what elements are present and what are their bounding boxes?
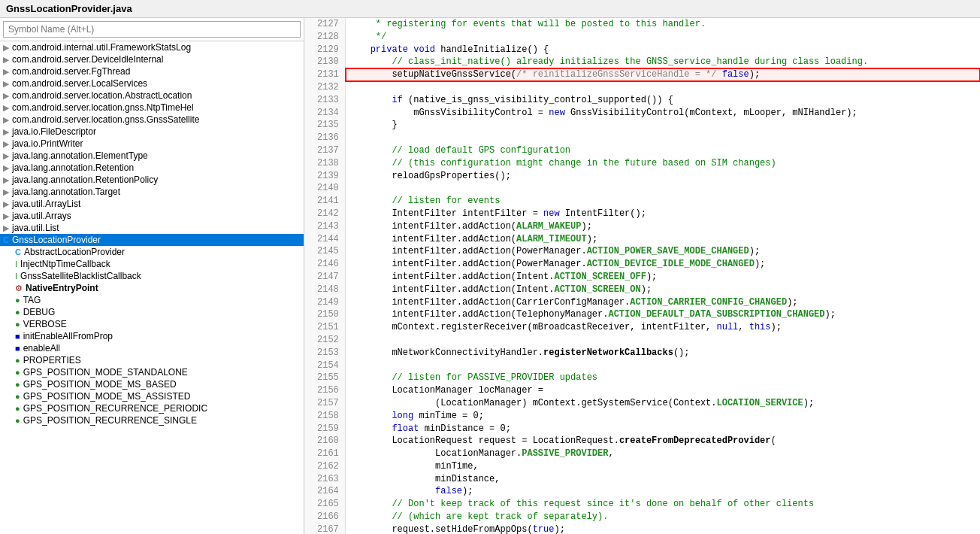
sidebar-item[interactable]: ⚙NativeEntryPoint — [0, 282, 304, 294]
field-green-icon: ● — [15, 392, 20, 401]
sidebar-item[interactable]: ●GPS_POSITION_MODE_MS_ASSISTED — [0, 390, 304, 402]
sidebar-item[interactable]: ●GPS_POSITION_RECURRENCE_SINGLE — [0, 414, 304, 426]
field-green-icon: ● — [15, 308, 20, 317]
code-line: 2144 intentFilter.addAction(ALARM_TIMEOU… — [304, 233, 980, 246]
code-area[interactable]: 2127 * registering for events that will … — [304, 18, 980, 534]
sidebar-item[interactable]: ▶com.android.server.DeviceIdleInternal — [0, 53, 304, 65]
line-content — [345, 334, 980, 347]
symbol-list[interactable]: ▶com.android.internal.util.FrameworkStat… — [0, 41, 304, 534]
symbol-label: GPS_POSITION_MODE_MS_BASED — [23, 379, 177, 390]
symbol-label: enableAll — [23, 343, 60, 353]
field-green-icon: ● — [15, 380, 20, 389]
line-number: 2149 — [304, 296, 345, 309]
code-line: 2127 * registering for events that will … — [304, 18, 980, 31]
sidebar-item[interactable]: ●DEBUG — [0, 306, 304, 318]
line-number: 2138 — [304, 157, 345, 170]
sidebar-item[interactable]: ●VERBOSE — [0, 318, 304, 330]
sidebar-item[interactable]: ▶java.lang.annotation.Target — [0, 186, 304, 198]
code-line: 2138 // (this configuration might change… — [304, 157, 980, 170]
code-line: 2166 // (which are kept track of separat… — [304, 511, 980, 523]
code-line: 2165 // Don't keep track of this request… — [304, 498, 980, 511]
symbol-label: com.android.server.DeviceIdleInternal — [12, 54, 163, 65]
field-green-icon: ● — [15, 416, 20, 425]
line-content: private void handleInitialize() { — [345, 44, 980, 56]
search-input[interactable] — [3, 21, 301, 38]
line-number: 2136 — [304, 132, 345, 144]
sidebar-item[interactable]: IGnssSatelliteBlacklistCallback — [0, 270, 304, 282]
sidebar-item[interactable]: ▶java.lang.annotation.Retention — [0, 162, 304, 174]
arrow-icon: ▶ — [3, 163, 9, 173]
sidebar-item[interactable]: ▶java.util.ArrayList — [0, 198, 304, 210]
line-number: 2151 — [304, 321, 345, 334]
arrow-icon: ▶ — [3, 139, 9, 149]
symbol-label: VERBOSE — [23, 319, 67, 329]
code-line: 2157 (LocationManager) mContext.getSyste… — [304, 397, 980, 410]
method-icon: ⚙ — [15, 284, 23, 293]
line-content: } — [345, 119, 980, 132]
sidebar-item[interactable]: IInjectNtpTimeCallback — [0, 258, 304, 270]
line-number: 2144 — [304, 233, 345, 246]
sidebar-item[interactable]: ▶com.android.internal.util.FrameworkStat… — [0, 41, 304, 53]
sidebar-item[interactable]: ▶com.android.server.location.gnss.NtpTim… — [0, 102, 304, 114]
sidebar-item[interactable]: CAbstractLocationProvider — [0, 246, 304, 258]
arrow-icon: ▶ — [3, 211, 9, 221]
symbol-label: java.lang.annotation.Retention — [12, 162, 134, 173]
sidebar-item[interactable]: ■initEnableAllFromProp — [0, 330, 304, 342]
line-content: intentFilter.addAction(TelephonyManager.… — [345, 308, 980, 321]
sidebar-item[interactable]: ▶java.util.Arrays — [0, 210, 304, 222]
line-content: intentFilter.addAction(ALARM_WAKEUP); — [345, 220, 980, 233]
symbol-label: java.lang.annotation.RetentionPolicy — [12, 174, 158, 185]
line-number: 2145 — [304, 245, 345, 258]
arrow-icon: ▶ — [3, 187, 9, 197]
line-content: LocationManager.PASSIVE_PROVIDER, — [345, 448, 980, 460]
sidebar-item[interactable]: ●PROPERTIES — [0, 354, 304, 366]
code-line: 2146 intentFilter.addAction(PowerManager… — [304, 258, 980, 271]
symbol-label: java.lang.annotation.Target — [12, 187, 120, 197]
sidebar-item[interactable]: ●GPS_POSITION_MODE_STANDALONE — [0, 366, 304, 378]
line-number: 2150 — [304, 308, 345, 321]
code-line: 2141 // listen for events — [304, 195, 980, 208]
sidebar-item[interactable]: ▶java.lang.annotation.ElementType — [0, 150, 304, 162]
arrow-icon: ▶ — [3, 103, 9, 113]
symbol-label: AbstractLocationProvider — [24, 247, 125, 257]
code-line: 2149 intentFilter.addAction(CarrierConfi… — [304, 296, 980, 309]
code-line: 2155 // listen for PASSIVE_PROVIDER upda… — [304, 372, 980, 384]
symbol-label: java.util.Arrays — [12, 211, 71, 221]
sidebar-item[interactable]: ▶java.io.FileDescriptor — [0, 126, 304, 138]
symbol-label: java.lang.annotation.ElementType — [12, 150, 148, 161]
sidebar-item[interactable]: ▶com.android.server.location.gnss.GnssSa… — [0, 114, 304, 126]
symbol-label: com.android.server.location.AbstractLoca… — [12, 90, 192, 101]
line-number: 2163 — [304, 473, 345, 486]
symbol-label: java.util.ArrayList — [12, 199, 80, 209]
code-line: 2164 false); — [304, 485, 980, 498]
interface-icon: I — [15, 259, 17, 269]
line-content: // (this configuration might change in t… — [345, 157, 980, 170]
sidebar-item[interactable]: ■enableAll — [0, 342, 304, 354]
line-content: IntentFilter intentFilter = new IntentFi… — [345, 208, 980, 220]
sidebar-item[interactable]: ▶com.android.server.location.AbstractLoc… — [0, 90, 304, 102]
sidebar-item[interactable]: ▶com.android.server.LocalServices — [0, 77, 304, 90]
line-number: 2147 — [304, 271, 345, 284]
line-number: 2129 — [304, 44, 345, 56]
line-content: intentFilter.addAction(ALARM_TIMEOUT); — [345, 233, 980, 246]
line-content: // load default GPS configuration — [345, 144, 980, 157]
line-number: 2167 — [304, 523, 345, 534]
line-content: // (which are kept track of separately). — [345, 511, 980, 523]
line-content: (LocationManager) mContext.getSystemServ… — [345, 397, 980, 410]
line-content: */ — [345, 31, 980, 44]
line-content: float minDistance = 0; — [345, 423, 980, 435]
line-content: reloadGpsProperties(); — [345, 170, 980, 183]
title-bar: GnssLocationProvider.java — [0, 0, 980, 18]
line-number: 2159 — [304, 423, 345, 435]
sidebar-item[interactable]: ▶java.util.List — [0, 222, 304, 234]
sidebar-item[interactable]: ▶java.io.PrintWriter — [0, 138, 304, 150]
sidebar-item[interactable]: ●GPS_POSITION_MODE_MS_BASED — [0, 378, 304, 390]
line-number: 2133 — [304, 94, 345, 107]
sidebar-item[interactable]: ●GPS_POSITION_RECURRENCE_PERIODIC — [0, 402, 304, 414]
sidebar-item[interactable]: ▶java.lang.annotation.RetentionPolicy — [0, 174, 304, 186]
sidebar-item[interactable]: ●TAG — [0, 294, 304, 306]
sidebar-item[interactable]: ▶com.android.server.FgThread — [0, 65, 304, 77]
line-content: intentFilter.addAction(Intent.ACTION_SCR… — [345, 271, 980, 284]
main-area: ▶com.android.internal.util.FrameworkStat… — [0, 18, 980, 534]
sidebar-item[interactable]: CGnssLocationProvider — [0, 234, 304, 246]
